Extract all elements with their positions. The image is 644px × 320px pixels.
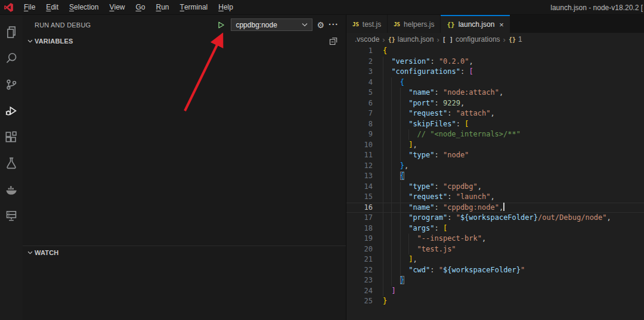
- sidebar-header: RUN AND DEBUG cppdbg:node ⚙ ···: [23, 15, 346, 35]
- variables-section-body: [23, 48, 346, 246]
- code-line[interactable]: 19"--inspect-brk",: [346, 234, 644, 244]
- code-line[interactable]: 1{: [346, 46, 644, 57]
- code-line[interactable]: 21],: [346, 254, 644, 265]
- text-cursor: [503, 203, 504, 211]
- activity-item-explorer-icon[interactable]: [0, 19, 23, 45]
- code-text: "program": "${workspaceFolder}/out/Debug…: [373, 213, 644, 223]
- code-line[interactable]: 25}: [346, 296, 644, 307]
- code-text: {: [373, 46, 644, 57]
- code-line[interactable]: 3"configurations": [: [346, 67, 644, 77]
- code-line[interactable]: 10],: [346, 140, 644, 151]
- line-number: 5: [346, 88, 373, 98]
- explorer-icon: [5, 26, 18, 39]
- code-line[interactable]: 16"name": "cppdbg:node",: [346, 203, 644, 213]
- line-number: 22: [346, 265, 373, 276]
- code-line[interactable]: 23}: [346, 275, 644, 286]
- breadcrumb-item-.vscode[interactable]: .vscode: [355, 35, 379, 44]
- menu-run[interactable]: Run: [151, 0, 175, 14]
- line-number: 19: [346, 234, 373, 244]
- close-tab-icon[interactable]: ×: [499, 20, 504, 29]
- activity-item-extensions-icon[interactable]: [0, 124, 23, 150]
- code-line[interactable]: 2"version": "0.2.0",: [346, 57, 644, 67]
- tab-launch.json[interactable]: {}launch.json×: [441, 15, 510, 33]
- line-number: 4: [346, 77, 373, 88]
- title-bar: FileEditSelectionViewGoRunTerminalHelp l…: [0, 0, 644, 15]
- vscode-logo-icon: [4, 2, 14, 13]
- activity-item-search-icon[interactable]: [0, 45, 23, 72]
- code-line[interactable]: 17"program": "${workspaceFolder}/out/Deb…: [346, 213, 644, 223]
- code-line[interactable]: 12},: [346, 161, 644, 172]
- code-line[interactable]: 24]: [346, 286, 644, 297]
- js-file-icon: JS: [352, 21, 359, 27]
- window-title: launch.json - node-v18.20.2 [: [550, 0, 643, 15]
- breadcrumb-separator: ›: [503, 35, 506, 44]
- line-number: 15: [346, 192, 373, 203]
- breadcrumb-item-configurations[interactable]: [ ]configurations: [442, 35, 500, 44]
- code-text: "cwd": "${workspaceFolder}": [373, 265, 644, 276]
- breadcrumb: .vscode›{}launch.json›[ ]configurations›…: [346, 33, 644, 46]
- menu-help[interactable]: Help: [213, 0, 239, 14]
- variables-section-header[interactable]: VARIABLES: [23, 35, 346, 48]
- code-line[interactable]: 9// "<node_internals>/**": [346, 129, 644, 140]
- search-icon: [5, 52, 18, 65]
- source-control-icon: [5, 78, 18, 91]
- debug-config-value: cppdbg:node: [236, 21, 302, 29]
- breadcrumb-item-1[interactable]: {}1: [509, 35, 522, 44]
- watch-section-header[interactable]: WATCH: [23, 246, 346, 259]
- code-line[interactable]: 20"test.js": [346, 244, 644, 255]
- line-number: 7: [346, 108, 373, 119]
- code-line[interactable]: 14"type": "cppdbg",: [346, 182, 644, 192]
- tab-helpers.js[interactable]: JShelpers.js: [388, 15, 440, 33]
- menu-view[interactable]: View: [104, 0, 130, 14]
- chevron-down-icon: [302, 23, 308, 27]
- line-number: 20: [346, 244, 373, 255]
- line-number: 23: [346, 275, 373, 286]
- code-line[interactable]: 13{: [346, 171, 644, 182]
- activity-item-remote-explorer-icon[interactable]: [0, 203, 23, 229]
- activity-item-testing-icon[interactable]: [0, 150, 23, 176]
- code-line[interactable]: 15"request": "launch",: [346, 192, 644, 203]
- line-number: 18: [346, 223, 373, 234]
- code-line[interactable]: 6"port": 9229,: [346, 98, 644, 109]
- activity-item-run-debug-icon[interactable]: [0, 98, 23, 124]
- start-debug-button[interactable]: [216, 20, 227, 30]
- line-number: 25: [346, 296, 373, 307]
- debug-config-select[interactable]: cppdbg:node: [231, 18, 312, 31]
- testing-icon: [5, 157, 18, 170]
- code-line[interactable]: 4{: [346, 77, 644, 88]
- line-number: 21: [346, 254, 373, 265]
- activity-item-source-control-icon[interactable]: [0, 72, 23, 98]
- collapse-all-icon[interactable]: [329, 36, 339, 46]
- line-number: 2: [346, 57, 373, 67]
- line-number: 8: [346, 119, 373, 130]
- code-line[interactable]: 7"request": "attach",: [346, 108, 644, 119]
- array-symbol-icon: [ ]: [442, 36, 453, 43]
- line-number: 10: [346, 140, 373, 151]
- code-text: ],: [373, 254, 644, 265]
- more-actions-icon[interactable]: ···: [329, 22, 339, 27]
- menu-file[interactable]: File: [18, 0, 41, 14]
- activity-item-docker-icon[interactable]: [0, 176, 23, 203]
- tab-label: launch.json: [459, 20, 495, 29]
- code-text: "version": "0.2.0",: [373, 57, 644, 67]
- remote-explorer-icon: [5, 209, 18, 222]
- breadcrumb-item-launch.json[interactable]: {}launch.json: [388, 35, 434, 44]
- menu-terminal[interactable]: Terminal: [175, 0, 213, 14]
- code-line[interactable]: 22"cwd": "${workspaceFolder}": [346, 265, 644, 276]
- code-line[interactable]: 8"skipFiles": [: [346, 119, 644, 130]
- editor-group: JStest.jsJShelpers.js{}launch.json× .vsc…: [346, 15, 644, 320]
- code-line[interactable]: 5"name": "node:attach",: [346, 88, 644, 98]
- code-text: "--inspect-brk",: [373, 234, 644, 244]
- tab-test.js[interactable]: JStest.js: [346, 15, 387, 33]
- code-line[interactable]: 18"args": [: [346, 223, 644, 234]
- code-text: "args": [: [373, 223, 644, 234]
- code-lines[interactable]: 1{2"version": "0.2.0",3"configurations":…: [346, 46, 644, 320]
- code-text: "type": "node": [373, 150, 644, 161]
- code-line[interactable]: 11"type": "node": [346, 150, 644, 161]
- gear-icon[interactable]: ⚙: [317, 21, 324, 29]
- menu-go[interactable]: Go: [130, 0, 150, 14]
- menu-edit[interactable]: Edit: [41, 0, 64, 14]
- line-number: 3: [346, 67, 373, 77]
- code-text: },: [373, 161, 644, 172]
- menu-selection[interactable]: Selection: [64, 0, 104, 14]
